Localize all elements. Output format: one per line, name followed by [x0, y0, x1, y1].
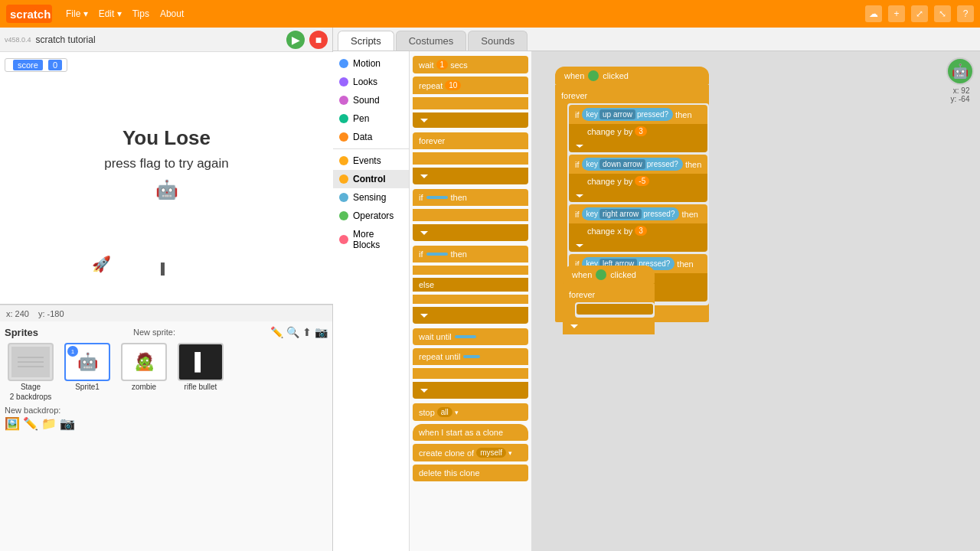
corner-info: 🤖 x: 92 y: -64 — [946, 57, 974, 103]
sensing-dot — [339, 193, 348, 202]
stop-input[interactable]: all — [437, 407, 452, 417]
cat-motion[interactable]: Motion — [333, 54, 409, 73]
if-else-condition-input[interactable] — [426, 253, 448, 256]
stop-button[interactable]: ■ — [309, 31, 328, 49]
upload-sprite-icon[interactable]: ⬆ — [302, 326, 312, 338]
scratch-logo[interactable]: scratch — [6, 5, 52, 23]
block-repeat[interactable]: repeat 10 — [413, 77, 528, 94]
block-repeat-until[interactable]: repeat until — [413, 348, 528, 365]
hat-block-1[interactable]: when clicked — [555, 67, 709, 85]
sprite-item-sprite1[interactable]: 1 🤖 Sprite1 — [61, 343, 113, 401]
cat-control[interactable]: Control — [333, 170, 409, 188]
forever-inner — [413, 152, 528, 165]
cat-more-blocks[interactable]: More Blocks — [333, 225, 409, 254]
block-wait-secs[interactable]: wait 1 secs — [413, 56, 528, 73]
paint-backdrop-icon[interactable]: 🖼️ — [5, 416, 20, 431]
forever-2-cursor — [577, 304, 653, 315]
repeat-until-input[interactable] — [463, 355, 480, 358]
left-panel: v458.0.4 scratch tutorial ▶ ■ score 0 Yo… — [0, 28, 333, 551]
edit-backdrop-icon[interactable]: ✏️ — [23, 416, 38, 431]
up-arrow-key: up arrow — [599, 109, 635, 119]
if-up-arrow[interactable]: if key up arrow pressed? then — [569, 105, 707, 124]
if-right-arrow[interactable]: if key right arrow pressed? then — [569, 204, 707, 223]
sprite-item-stage[interactable]: Stage 2 backdrops — [5, 343, 57, 401]
scripts-area[interactable]: 🤖 x: 92 y: -64 when clicked forever — [532, 51, 980, 551]
block-create-clone[interactable]: create clone of myself ▾ — [413, 444, 528, 461]
blocks-panel: wait 1 secs repeat 10 forever — [410, 51, 532, 551]
repeat-end — [413, 112, 528, 128]
cat-operators[interactable]: Operators — [333, 207, 409, 225]
if-then-inner — [413, 209, 528, 221]
sprite-rocket: 🚀 — [92, 255, 111, 273]
tab-scripts[interactable]: Scripts — [338, 31, 394, 51]
cat-data[interactable]: Data — [333, 128, 409, 146]
repeat-input[interactable]: 10 — [445, 80, 461, 90]
sound-dot — [339, 96, 348, 105]
clone-target-input[interactable]: myself — [476, 448, 506, 458]
if-down-arrow[interactable]: if key down arrow pressed? then — [569, 155, 707, 174]
block-wait-until[interactable]: wait until — [413, 328, 528, 345]
sprite-item-zombie[interactable]: 🧟 zombie — [118, 343, 170, 401]
rifle-bullet-thumbnail: ▌ — [178, 343, 224, 381]
stamp-sprite-icon[interactable]: 🔍 — [286, 326, 299, 338]
add-icon[interactable]: + — [888, 5, 905, 22]
change-x-right[interactable]: change x by 3 — [569, 223, 707, 238]
if-else-inner-top — [413, 266, 528, 275]
cat-control-label: Control — [353, 174, 386, 184]
cat-sound[interactable]: Sound — [333, 91, 409, 109]
hat-block-2[interactable]: when clicked — [563, 266, 655, 284]
cat-events[interactable]: Events — [333, 152, 409, 170]
rifle-bullet-label: rifle bullet — [185, 383, 217, 391]
forever-2-inner — [575, 302, 655, 318]
nav-edit[interactable]: Edit ▾ — [94, 7, 126, 21]
help-icon[interactable]: ? — [957, 5, 974, 22]
tab-sounds[interactable]: Sounds — [468, 31, 528, 51]
change-y-down[interactable]: change y by -5 — [569, 174, 707, 188]
cat-looks[interactable]: Looks — [333, 73, 409, 91]
change-y-up[interactable]: change y by 3 — [569, 124, 707, 139]
camera-backdrop-icon[interactable]: 📷 — [60, 416, 75, 431]
paint-sprite-icon[interactable]: ✏️ — [270, 326, 283, 338]
block-forever[interactable]: forever — [413, 132, 528, 149]
block-if-else-top[interactable]: if then — [413, 246, 528, 262]
stage-version: v458.0.4 — [5, 36, 31, 44]
nav-file[interactable]: File ▾ — [61, 7, 93, 21]
coord-y: y: -180 — [38, 309, 64, 318]
data-dot — [339, 132, 348, 142]
forever-2-close — [563, 318, 655, 334]
cat-sensing[interactable]: Sensing — [333, 188, 409, 207]
clone-dropdown-arrow: ▾ — [508, 449, 512, 457]
nav-about[interactable]: About — [155, 7, 188, 21]
sprite1-icon: 🤖 — [77, 352, 98, 372]
sprites-header: Sprites New sprite: ✏️ 🔍 ⬆ 📷 — [5, 326, 328, 338]
shrink-icon[interactable]: ⤡ — [934, 5, 951, 22]
if-condition-input[interactable] — [426, 196, 448, 199]
coord-x: x: 240 — [6, 309, 29, 318]
green-flag-button[interactable]: ▶ — [286, 31, 305, 49]
wait-until-input[interactable] — [455, 335, 476, 338]
wait-input[interactable]: 1 — [436, 60, 449, 70]
folder-backdrop-icon[interactable]: 📁 — [41, 416, 57, 431]
block-stop-all[interactable]: stop all ▾ — [413, 403, 528, 421]
right-arrow-key: right arrow — [599, 209, 642, 219]
robot-icon: 🤖 — [104, 179, 229, 201]
camera-sprite-icon[interactable]: 📷 — [315, 326, 328, 338]
sprite-item-rifle-bullet[interactable]: ▌ rifle bullet — [175, 343, 227, 401]
cat-more-blocks-label: More Blocks — [353, 229, 403, 250]
change-x-right-value: 3 — [635, 226, 647, 236]
fullscreen-icon[interactable]: ⤢ — [911, 5, 928, 22]
motion-dot — [339, 59, 348, 68]
cloud-icon[interactable]: ☁ — [865, 5, 882, 22]
stage-score: score 0 — [5, 58, 67, 72]
top-icons: ☁ + ⤢ ⤡ ? — [865, 5, 974, 22]
nav-tips[interactable]: Tips — [128, 7, 154, 21]
sprites-panel: Sprites New sprite: ✏️ 🔍 ⬆ 📷 — [0, 321, 332, 551]
sprite1-index: 1 — [67, 346, 78, 357]
tab-costumes[interactable]: Costumes — [396, 31, 467, 51]
cat-motion-label: Motion — [353, 58, 381, 69]
block-delete-clone[interactable]: delete this clone — [413, 465, 528, 481]
block-when-clone[interactable]: when I start as a clone — [413, 424, 528, 441]
divider — [333, 148, 409, 149]
cat-pen[interactable]: Pen — [333, 109, 409, 128]
block-if-then[interactable]: if then — [413, 189, 528, 206]
